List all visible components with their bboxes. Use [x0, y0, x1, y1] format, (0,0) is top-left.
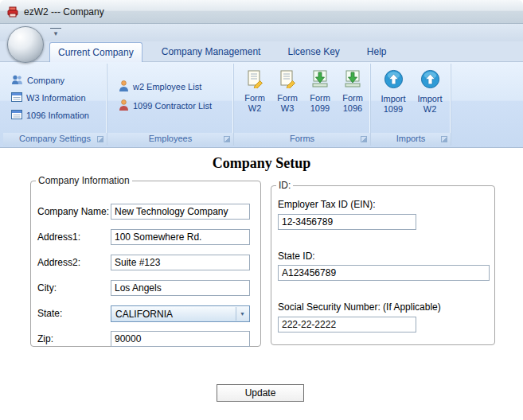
ribbon-item-1096-information[interactable]: 1096 Infomation — [11, 108, 89, 122]
group-caption-forms: Forms — [234, 133, 370, 146]
state-combobox-value: CALIFORNIA — [115, 309, 173, 320]
app-icon — [6, 6, 19, 18]
ein-input[interactable] — [278, 214, 416, 230]
ribbon-button-form-1099[interactable]: Form 1099 — [305, 69, 335, 114]
group-caption-company-settings: Company Settings — [3, 133, 107, 146]
dialog-launcher-icon[interactable] — [224, 136, 230, 142]
ribbon-button-label: Form 1099 — [305, 93, 335, 114]
titlebar[interactable]: ezW2 --- Company — [0, 0, 523, 24]
ribbon-button-form-w3[interactable]: Form W3 — [272, 69, 302, 114]
form-window-icon — [11, 110, 22, 121]
zip-label: Zip: — [37, 333, 53, 344]
page-title: Company Setup — [0, 155, 523, 172]
ribbon-button-import-1099[interactable]: Import 1099 — [376, 69, 411, 115]
contractor-person-icon — [119, 99, 129, 112]
ribbon: Company W3 Information — [0, 62, 523, 148]
company-information-groupbox: Company Information Company Name: Addres… — [30, 175, 261, 347]
window-title: ezW2 --- Company — [24, 6, 104, 18]
ribbon-item-w2-employee-list[interactable]: w2 Employee List — [119, 80, 201, 94]
ribbon-item-w3-information[interactable]: W3 Information — [11, 91, 86, 105]
ribbon-tabs: Current Company Company Management Licen… — [49, 42, 395, 62]
group-caption-imports: Imports — [371, 133, 451, 146]
application-orb-button[interactable] — [7, 26, 44, 63]
ribbon-button-import-w2[interactable]: Import W2 — [412, 69, 447, 115]
chevron-down-icon[interactable]: ▼ — [236, 307, 248, 321]
ribbon-group-company-settings: Company W3 Information — [3, 64, 107, 146]
update-button[interactable]: Update — [217, 384, 304, 402]
state-id-label: State ID: — [278, 251, 315, 262]
app-window: ezW2 --- Company ▾ Current Company Compa… — [0, 0, 523, 420]
ribbon-group-imports: Import 1099 Import W2 Imports — [371, 64, 451, 146]
ribbon-item-1099-contractor-list[interactable]: 1099 Contractor List — [119, 99, 212, 113]
ribbon-item-label: Company — [27, 76, 64, 85]
tab-help[interactable]: Help — [359, 42, 395, 62]
ribbon-button-label: Import 1099 — [376, 94, 411, 115]
ssn-label: Social Security Number: (If Applicable) — [278, 301, 441, 313]
state-label: State: — [37, 308, 62, 319]
form-pencil-icon — [278, 80, 297, 90]
state-id-input[interactable] — [278, 265, 490, 281]
ribbon-item-label: 1099 Contractor List — [133, 101, 212, 111]
employee-person-icon — [119, 80, 129, 93]
green-arrow-form-icon — [310, 80, 330, 90]
form-window-icon — [11, 92, 22, 103]
group-caption-label: Company Settings — [19, 134, 91, 143]
ein-label: Employer Tax ID (EIN): — [278, 199, 375, 210]
group-caption-label: Employees — [149, 134, 192, 143]
qat-customize-dropdown-icon[interactable]: ▾ — [50, 28, 61, 39]
company-name-label: Company Name: — [37, 206, 109, 217]
quick-access-toolbar — [0, 24, 523, 41]
tab-license-key[interactable]: License Key — [279, 42, 347, 62]
tab-company-management[interactable]: Company Management — [154, 42, 269, 62]
ribbon-item-label: W3 Information — [26, 93, 86, 103]
ribbon-button-label: Form W3 — [272, 93, 302, 114]
dialog-launcher-icon[interactable] — [441, 136, 447, 142]
zip-input[interactable] — [111, 331, 250, 347]
ribbon-button-form-w2[interactable]: Form W2 — [240, 69, 270, 114]
tab-current-company[interactable]: Current Company — [49, 42, 142, 62]
ribbon-button-form-1096[interactable]: Form 1096 — [338, 69, 368, 114]
address1-label: Address1: — [37, 231, 80, 243]
group-caption-employees: Employees — [107, 133, 233, 146]
ribbon-item-label: w2 Employee List — [133, 82, 201, 91]
dialog-launcher-icon[interactable] — [97, 136, 103, 142]
group-caption-label: Forms — [290, 134, 314, 143]
ribbon-button-label: Import W2 — [412, 94, 447, 115]
import-circle-arrow-icon — [420, 81, 440, 91]
group-caption-label: Imports — [396, 134, 426, 143]
ribbon-group-employees: w2 Employee List 1099 Contractor List Em… — [107, 64, 234, 146]
dialog-launcher-icon[interactable] — [361, 136, 367, 142]
address2-label: Address2: — [37, 257, 80, 268]
state-combobox[interactable]: CALIFORNIA ▼ — [111, 305, 250, 322]
form-pencil-icon — [245, 80, 264, 90]
id-legend: ID: — [276, 180, 293, 191]
ribbon-button-label: Form W2 — [240, 93, 270, 114]
address1-input[interactable] — [111, 229, 250, 245]
ribbon-item-label: 1096 Infomation — [26, 111, 89, 120]
city-label: City: — [37, 282, 57, 294]
green-arrow-form-icon — [343, 80, 362, 90]
ribbon-button-label: Form 1096 — [338, 93, 368, 114]
company-information-legend: Company Information — [36, 175, 132, 186]
people-icon — [11, 75, 23, 87]
ssn-input[interactable] — [278, 317, 416, 332]
address2-input[interactable] — [111, 255, 250, 270]
id-groupbox: ID: Employer Tax ID (EIN): State ID: Soc… — [271, 180, 495, 345]
company-setup-panel: Company Setup Company Information Compan… — [0, 148, 523, 420]
import-circle-arrow-icon — [384, 81, 404, 91]
ribbon-group-forms: Form W2 Form W3 — [234, 64, 371, 146]
ribbon-item-company[interactable]: Company — [11, 73, 64, 88]
city-input[interactable] — [111, 280, 250, 296]
company-name-input[interactable] — [111, 204, 250, 220]
